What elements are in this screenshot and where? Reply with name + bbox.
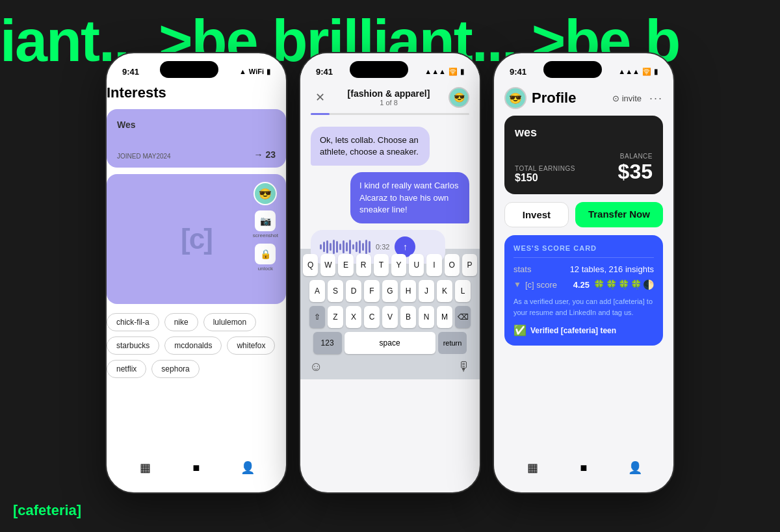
keyboard-row-2: A S D F G H J K L — [303, 280, 477, 302]
profile-header-left: 😎 Profile — [504, 87, 576, 109]
earnings-label: TOTAL EARNINGS — [515, 165, 575, 172]
unlock-btn[interactable]: 🔒 — [255, 244, 276, 264]
c-score-row: ▼ [c] score 4.25 🍀 🍀 🍀 🍀 🌓 — [514, 279, 654, 290]
user-card[interactable]: Wes JOINED MAY2024 → 23 — [107, 109, 286, 168]
key-p[interactable]: P — [462, 254, 477, 276]
key-i[interactable]: I — [426, 254, 441, 276]
key-o[interactable]: O — [445, 254, 460, 276]
invest-button[interactable]: Invest — [504, 202, 569, 227]
wave-bar — [365, 240, 367, 254]
wave-bar — [320, 244, 322, 249]
nav-home-3[interactable]: ■ — [575, 459, 593, 477]
balance-value: $35 — [618, 160, 653, 184]
wave-bar — [346, 242, 348, 251]
message-right-1: I kind of really want Carlos Alcaraz to … — [350, 172, 469, 223]
tag-lululemon[interactable]: lululemon — [203, 313, 256, 331]
content-card[interactable]: [c] 😎 📷 screenshot 🔒 unlock — [107, 174, 286, 304]
nav-icon-profile[interactable]: 👤 — [239, 459, 257, 477]
emoji-icon[interactable]: ☺ — [309, 359, 322, 374]
joined-date: JOINED MAY2024 — [117, 153, 171, 160]
key-v[interactable]: V — [382, 306, 398, 328]
key-x[interactable]: X — [346, 306, 361, 328]
phones-container: 9:41 ▲ WiFi ▮ Interests Wes JOINED MAY20… — [105, 52, 675, 494]
card-username: wes — [515, 126, 653, 140]
key-m[interactable]: M — [437, 306, 452, 328]
status-bar-2: 9:41 ▲▲▲ 🛜 ▮ — [300, 53, 480, 84]
chat-category: [fashion & apparel] — [329, 88, 448, 99]
tag-nike[interactable]: nike — [164, 313, 198, 331]
nav-icon-home[interactable]: ■ — [187, 459, 205, 477]
earnings-section: TOTAL EARNINGS $150 — [515, 165, 575, 184]
balance-card: wes TOTAL EARNINGS $150 BALANCE $35 — [504, 116, 663, 194]
key-y[interactable]: Y — [391, 254, 406, 276]
key-delete[interactable]: ⌫ — [455, 306, 471, 328]
transfer-button[interactable]: Transfer Now — [575, 202, 663, 227]
key-e[interactable]: E — [338, 254, 353, 276]
stars: 🍀 🍀 🍀 🍀 🌓 — [593, 279, 654, 290]
key-d[interactable]: D — [346, 280, 361, 302]
key-n[interactable]: N — [419, 306, 434, 328]
nav-grid-3[interactable]: ▦ — [523, 459, 541, 477]
status-bar-3: 9:41 ▲▲▲ 🛜 ▮ — [494, 53, 673, 84]
tag-chickfila[interactable]: chick-fil-a — [107, 313, 159, 331]
key-c[interactable]: C — [364, 306, 380, 328]
progress-track — [311, 113, 469, 115]
score-divider — [514, 257, 654, 258]
tag-starbucks[interactable]: starbucks — [107, 336, 159, 355]
mic-icon[interactable]: 🎙 — [458, 359, 471, 374]
brand-text: [cafeteria] — [13, 502, 81, 519]
message-left-1: Ok, lets collab. Choose an athlete, choo… — [311, 127, 430, 166]
nav-icon-grid[interactable]: ▦ — [136, 459, 154, 477]
unlock-label: unlock — [258, 266, 273, 272]
wave-bar — [369, 241, 370, 253]
user-number: → 23 — [254, 149, 276, 160]
star-4: 🍀 — [630, 279, 642, 290]
key-123[interactable]: 123 — [313, 332, 342, 354]
unlock-group[interactable]: 🔒 unlock — [255, 244, 276, 272]
dynamic-island-3 — [543, 61, 602, 78]
audio-time: 0:32 — [376, 243, 389, 251]
status-icons-3: ▲▲▲ 🛜 ▮ — [618, 68, 658, 76]
tag-sephora[interactable]: sephora — [151, 360, 199, 378]
key-t[interactable]: T — [374, 254, 389, 276]
key-k[interactable]: K — [437, 280, 452, 302]
progress-fill — [311, 113, 330, 115]
key-l[interactable]: L — [455, 280, 471, 302]
key-return[interactable]: return — [438, 332, 467, 354]
nav-profile-3[interactable]: 👤 — [626, 459, 644, 477]
c-score-num: 4.25 — [573, 280, 590, 290]
tag-mcdonalds[interactable]: mcdonalds — [164, 336, 222, 355]
screenshot-btn[interactable]: 📷 — [255, 210, 276, 231]
key-z[interactable]: Z — [328, 306, 343, 328]
screenshot-group[interactable]: 📷 screenshot — [253, 210, 278, 238]
key-a[interactable]: A — [309, 280, 325, 302]
profile-header: 😎 Profile ⊙ invite ··· — [494, 84, 673, 116]
invite-button[interactable]: ⊙ invite — [612, 94, 642, 103]
key-s[interactable]: S — [328, 280, 343, 302]
key-b[interactable]: B — [400, 306, 416, 328]
status-bar-1: 9:41 ▲ WiFi ▮ — [107, 53, 286, 84]
profile-header-right: ⊙ invite ··· — [612, 92, 663, 105]
tags-area: chick-fil-a nike lululemon starbucks mcd… — [107, 313, 286, 378]
wave-bar — [333, 240, 335, 254]
key-f[interactable]: F — [364, 280, 380, 302]
key-w[interactable]: W — [320, 254, 335, 276]
key-h[interactable]: H — [400, 280, 416, 302]
key-q[interactable]: Q — [303, 254, 318, 276]
key-u[interactable]: U — [409, 254, 424, 276]
chat-avatar: 😎 — [448, 87, 469, 108]
close-button[interactable]: ✕ — [311, 88, 329, 107]
key-r[interactable]: R — [356, 254, 371, 276]
wave-bar — [339, 244, 341, 250]
key-space[interactable]: space — [344, 332, 436, 354]
tag-whitefox[interactable]: whitefox — [227, 336, 275, 355]
key-g[interactable]: G — [382, 280, 398, 302]
more-menu-button[interactable]: ··· — [649, 92, 663, 105]
key-shift[interactable]: ⇧ — [309, 306, 325, 328]
key-j[interactable]: J — [419, 280, 434, 302]
tag-netflix[interactable]: netflix — [107, 360, 146, 378]
chat-title-center: [fashion & apparel] 1 of 8 — [329, 88, 448, 107]
wave-bar — [362, 243, 364, 251]
status-time-3: 9:41 — [510, 67, 526, 77]
invite-icon: ⊙ — [612, 94, 619, 103]
